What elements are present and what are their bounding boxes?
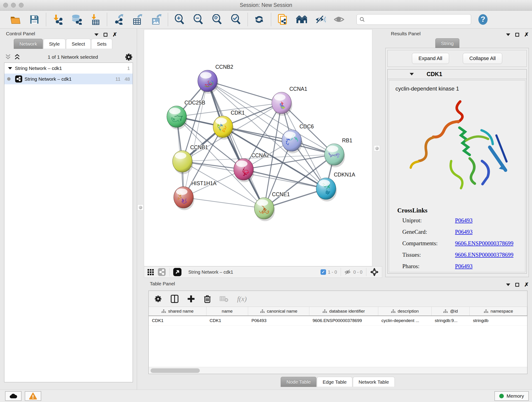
hide-panels-icon[interactable] bbox=[315, 14, 326, 25]
network-edge[interactable] bbox=[208, 81, 282, 103]
network-node-CCNE1[interactable] bbox=[254, 198, 275, 221]
string-network-badge-icon[interactable] bbox=[158, 268, 166, 276]
table-menu-icon[interactable] bbox=[506, 283, 510, 286]
add-column-icon[interactable] bbox=[187, 295, 195, 303]
results-close-icon[interactable]: ✗ bbox=[524, 32, 529, 37]
export-table-icon[interactable] bbox=[132, 14, 143, 25]
copy-network-style-icon[interactable] bbox=[277, 14, 288, 25]
network-edge[interactable] bbox=[244, 169, 326, 189]
network-edge[interactable] bbox=[184, 197, 264, 208]
table-float-icon[interactable] bbox=[515, 283, 519, 287]
selected-checkbox-icon[interactable]: ✓ bbox=[321, 269, 326, 275]
table-close-icon[interactable]: ✗ bbox=[524, 282, 529, 287]
fit-selected-crosshair-icon[interactable] bbox=[370, 268, 379, 276]
table-settings-gear-icon[interactable] bbox=[154, 295, 162, 303]
column-header-@id[interactable]: @id bbox=[432, 307, 470, 316]
column-header-database-identifier[interactable]: database identifier bbox=[309, 307, 378, 316]
expand-all-button[interactable]: Expand All bbox=[412, 53, 449, 64]
gene-collapse-icon[interactable] bbox=[410, 73, 414, 75]
network-edge[interactable] bbox=[184, 81, 208, 197]
table-hscrollbar-thumb[interactable] bbox=[151, 368, 200, 373]
tab-string[interactable]: String bbox=[435, 38, 459, 48]
tab-style[interactable]: Style bbox=[43, 39, 65, 49]
table-row[interactable]: CDK1CDK1P064939606.ENSP00000378699cyclin… bbox=[149, 316, 527, 326]
tree-expand-icon[interactable] bbox=[7, 66, 13, 70]
left-divider-handle[interactable] bbox=[138, 204, 143, 211]
column-header-canonical-name[interactable]: canonical name bbox=[248, 307, 309, 316]
crosslink-link[interactable]: 9606.ENSP00000378699 bbox=[455, 252, 513, 258]
table-cell[interactable]: stringdb bbox=[470, 316, 527, 325]
table-cell[interactable]: CDK1 bbox=[149, 316, 206, 325]
tab-sets[interactable]: Sets bbox=[91, 39, 112, 49]
open-in-window-icon[interactable] bbox=[173, 268, 181, 276]
crosslink-link[interactable]: 9606.ENSP00000378699 bbox=[455, 240, 513, 247]
table-cell[interactable]: cyclin-dependent ... bbox=[378, 316, 432, 325]
network-node-CDK1[interactable] bbox=[213, 116, 234, 140]
cloud-status-button[interactable] bbox=[5, 391, 22, 401]
home-panel-icon[interactable] bbox=[296, 14, 307, 25]
network-row[interactable]: String Network – cdk1 11 48 bbox=[4, 74, 133, 84]
table-header-row[interactable]: shared namenamecanonical namedatabase id… bbox=[149, 307, 527, 316]
birdseye-grid-icon[interactable] bbox=[147, 269, 154, 275]
window-close-button[interactable] bbox=[3, 3, 8, 7]
column-header-shared-name[interactable]: shared name bbox=[149, 307, 206, 316]
tab-select[interactable]: Select bbox=[66, 39, 91, 49]
float-panel-icon[interactable] bbox=[104, 33, 108, 37]
column-header-description[interactable]: description bbox=[378, 307, 432, 316]
crosslink-link[interactable]: P06493 bbox=[455, 217, 472, 224]
open-session-icon[interactable] bbox=[10, 14, 21, 25]
table-cell[interactable]: P06493 bbox=[248, 316, 309, 325]
window-minimize-button[interactable] bbox=[11, 3, 16, 7]
search-input[interactable] bbox=[366, 17, 468, 22]
tab-network[interactable]: Network bbox=[14, 39, 43, 49]
network-node-HIST1H1A[interactable] bbox=[174, 186, 194, 210]
table-cell[interactable]: 9606.ENSP00000378699 bbox=[309, 316, 378, 325]
apply-layout-icon[interactable] bbox=[254, 14, 265, 25]
export-network-icon[interactable] bbox=[113, 14, 124, 25]
window-zoom-button[interactable] bbox=[19, 3, 24, 7]
search-box[interactable] bbox=[356, 14, 471, 25]
export-image-icon[interactable] bbox=[151, 14, 162, 25]
column-header-name[interactable]: name bbox=[206, 307, 248, 316]
import-table-file-icon[interactable] bbox=[90, 14, 101, 25]
help-icon[interactable]: ? bbox=[477, 14, 488, 25]
results-float-icon[interactable] bbox=[515, 33, 519, 37]
expand-all-icon[interactable] bbox=[13, 54, 21, 61]
column-header-namespace[interactable]: namespace bbox=[470, 307, 527, 316]
delete-column-icon[interactable] bbox=[204, 295, 211, 303]
show-columns-icon[interactable] bbox=[171, 295, 178, 303]
panel-menu-icon[interactable] bbox=[94, 33, 99, 36]
tab-network-table[interactable]: Network Table bbox=[353, 377, 395, 387]
tab-node-table[interactable]: Node Table bbox=[281, 377, 317, 387]
network-graph[interactable]: CCNB2CCNA1CDC25BCDK1CDC6RB1CCNB1CCNA2CDK… bbox=[144, 30, 372, 266]
window-controls[interactable] bbox=[3, 3, 24, 7]
network-edge[interactable] bbox=[208, 81, 264, 208]
zoom-out-icon[interactable] bbox=[193, 14, 204, 25]
crosslink-link[interactable]: P06493 bbox=[455, 229, 472, 235]
zoom-in-icon[interactable] bbox=[174, 14, 185, 25]
results-menu-icon[interactable] bbox=[506, 33, 510, 36]
network-canvas[interactable]: CCNB2CCNA1CDC25BCDK1CDC6RB1CCNB1CCNA2CDK… bbox=[144, 29, 372, 266]
import-network-file-icon[interactable] bbox=[52, 14, 63, 25]
table-cell[interactable]: stringdb:9... bbox=[431, 316, 470, 325]
collapse-all-button[interactable]: Collapse All bbox=[463, 53, 502, 64]
show-panels-icon[interactable] bbox=[334, 14, 345, 25]
zoom-fit-icon[interactable] bbox=[212, 14, 223, 25]
right-divider-handle[interactable] bbox=[374, 145, 380, 151]
network-node-CDC25B[interactable] bbox=[167, 106, 187, 129]
save-session-icon[interactable] bbox=[29, 14, 40, 25]
warnings-button[interactable] bbox=[25, 391, 41, 401]
tab-edge-table[interactable]: Edge Table bbox=[317, 377, 352, 387]
memory-button[interactable]: Memory bbox=[494, 391, 529, 401]
network-options-gear-icon[interactable] bbox=[125, 53, 133, 61]
network-node-CDKN1A[interactable] bbox=[316, 178, 337, 201]
network-collection-row[interactable]: String Network – cdk1 1 bbox=[4, 63, 133, 74]
network-node-RB1[interactable] bbox=[324, 144, 345, 167]
crosslink-link[interactable]: P06493 bbox=[455, 263, 472, 269]
collapse-all-icon[interactable] bbox=[4, 54, 12, 61]
network-node-CCNB2[interactable] bbox=[198, 70, 218, 94]
gene-section-header[interactable]: CDK1 bbox=[388, 70, 526, 79]
table-cell[interactable]: CDK1 bbox=[206, 316, 248, 325]
close-panel-icon[interactable]: ✗ bbox=[113, 32, 117, 37]
import-network-database-icon[interactable] bbox=[71, 14, 82, 25]
